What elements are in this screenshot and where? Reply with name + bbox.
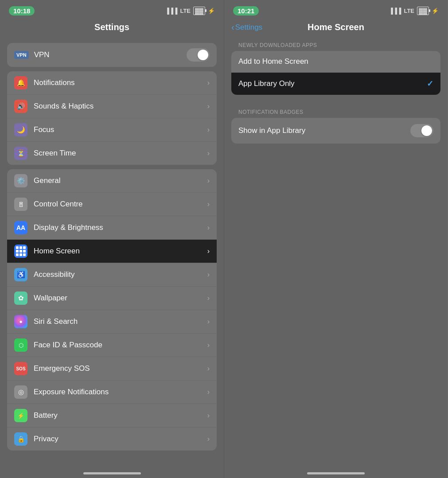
- settings-row-wallpaper[interactable]: ✿ Wallpaper ›: [7, 287, 217, 310]
- vpn-toggle[interactable]: [187, 48, 210, 62]
- screentime-icon: ⏳: [14, 147, 27, 160]
- settings-row-accessibility[interactable]: ♿ Accessibility ›: [7, 263, 217, 287]
- vpn-badge: VPN: [14, 51, 29, 59]
- settings-row-battery[interactable]: ⚡ Battery ›: [7, 404, 217, 427]
- settings-row-sounds[interactable]: 🔊 Sounds & Haptics ›: [7, 95, 217, 118]
- show-in-app-library-row[interactable]: Show in App Library: [231, 118, 440, 144]
- right-status-bar: 10:21 ▐▐▐ LTE ▓▓ ⚡: [224, 0, 448, 19]
- checkmark-icon: ✓: [427, 79, 433, 89]
- right-phone-panel: 10:21 ▐▐▐ LTE ▓▓ ⚡ ‹ Settings Home Scree…: [224, 0, 448, 478]
- notifications-label: Notifications: [34, 78, 207, 87]
- homescreen-icon: [14, 245, 27, 258]
- vpn-label: VPN: [34, 51, 50, 59]
- settings-row-controlcentre[interactable]: 🎚 Control Centre ›: [7, 193, 217, 216]
- sos-icon: SOS: [14, 362, 27, 375]
- accessibility-icon: ♿: [14, 268, 27, 281]
- chevron-icon: ›: [207, 294, 210, 302]
- left-status-bar: 10:18 ▐▐▐ LTE ▓▓ ⚡: [0, 0, 224, 19]
- right-time: 10:21: [233, 6, 259, 16]
- settings-row-notifications[interactable]: 🔔 Notifications ›: [7, 71, 217, 95]
- display-icon: AA: [14, 221, 27, 234]
- sos-label: Emergency SOS: [34, 364, 207, 373]
- right-nav-bar: ‹ Settings Home Screen: [224, 19, 448, 36]
- accessibility-label: Accessibility: [34, 270, 207, 279]
- general-label: General: [34, 176, 207, 185]
- left-phone-panel: 10:18 ▐▐▐ LTE ▓▓ ⚡ Settings VPN VPN: [0, 0, 224, 478]
- lte-label: LTE: [404, 8, 414, 14]
- right-status-right: ▐▐▐ LTE ▓▓ ⚡: [389, 7, 439, 15]
- settings-row-sos[interactable]: SOS Emergency SOS ›: [7, 357, 217, 381]
- settings-row-homescreen[interactable]: Home Screen ›: [7, 240, 217, 263]
- general-icon: ⚙️: [14, 174, 27, 187]
- option-app-library-only[interactable]: App Library Only ✓: [231, 73, 440, 95]
- chevron-icon: ›: [207, 271, 210, 279]
- chevron-icon: ›: [207, 435, 210, 443]
- back-label: Settings: [235, 23, 262, 32]
- chevron-icon: ›: [207, 102, 210, 110]
- homescreen-label: Home Screen: [34, 247, 207, 256]
- battery-icon: ▓▓: [417, 7, 429, 15]
- display-label: Display & Brightness: [34, 223, 207, 232]
- settings-row-siri[interactable]: ● Siri & Search ›: [7, 310, 217, 334]
- faceid-label: Face ID & Passcode: [34, 341, 207, 350]
- charging-icon: ⚡: [208, 8, 215, 14]
- controlcentre-label: Control Centre: [34, 200, 207, 209]
- focus-label: Focus: [34, 125, 207, 134]
- settings-section-1: 🔔 Notifications › 🔊 Sounds & Haptics › 🌙…: [7, 71, 217, 165]
- chevron-icon: ›: [207, 79, 210, 87]
- chevron-icon: ›: [207, 224, 210, 232]
- settings-row-faceid[interactable]: ⬡ Face ID & Passcode ›: [7, 334, 217, 357]
- signal-bars-icon: ▐▐▐: [389, 8, 401, 14]
- newly-downloaded-header: NEWLY DOWNLOADED APPS: [224, 36, 448, 51]
- settings-row-focus[interactable]: 🌙 Focus ›: [7, 118, 217, 142]
- wallpaper-icon: ✿: [14, 291, 27, 305]
- chevron-icon: ›: [207, 365, 210, 373]
- left-nav-bar: Settings: [0, 19, 224, 36]
- chevron-icon: ›: [207, 412, 210, 420]
- settings-row-privacy[interactable]: 🔒 Privacy ›: [7, 427, 217, 451]
- show-in-app-library-toggle[interactable]: [410, 124, 433, 137]
- chevron-icon: ›: [207, 341, 210, 349]
- lte-label: LTE: [180, 8, 191, 14]
- notifications-icon: 🔔: [14, 76, 27, 89]
- notification-badges-section: Show in App Library: [231, 118, 440, 144]
- controlcentre-icon: 🎚: [14, 198, 27, 211]
- vpn-section: VPN VPN: [7, 43, 217, 67]
- privacy-label: Privacy: [34, 435, 207, 443]
- sounds-label: Sounds & Haptics: [34, 102, 207, 111]
- newly-downloaded-options: Add to Home Screen App Library Only ✓: [231, 51, 440, 95]
- back-button[interactable]: ‹ Settings: [231, 22, 262, 32]
- chevron-icon: ›: [207, 149, 210, 157]
- signal-bars-icon: ▐▐▐: [165, 8, 178, 14]
- option-add-to-home[interactable]: Add to Home Screen: [231, 51, 440, 73]
- right-home-indicator: [307, 472, 365, 474]
- left-scroll-content: VPN VPN 🔔 Notifications › 🔊 Sounds & Hap…: [0, 36, 224, 472]
- battery-row-icon: ⚡: [14, 409, 27, 422]
- notification-badges-header: NOTIFICATION BADGES: [224, 103, 448, 118]
- chevron-icon: ›: [207, 388, 210, 396]
- right-page-title: Home Screen: [308, 22, 364, 32]
- screentime-label: Screen Time: [34, 149, 207, 158]
- chevron-icon: ›: [207, 247, 210, 255]
- settings-row-display[interactable]: AA Display & Brightness ›: [7, 216, 217, 240]
- exposure-icon: ◎: [14, 385, 27, 399]
- left-status-right: ▐▐▐ LTE ▓▓ ⚡: [165, 7, 215, 15]
- chevron-icon: ›: [207, 177, 210, 185]
- battery-label: Battery: [34, 411, 207, 420]
- exposure-label: Exposure Notifications: [34, 388, 207, 396]
- wallpaper-label: Wallpaper: [34, 294, 207, 303]
- settings-row-exposure[interactable]: ◎ Exposure Notifications ›: [7, 381, 217, 404]
- back-chevron-icon: ‹: [231, 22, 234, 32]
- chevron-icon: ›: [207, 318, 210, 326]
- left-page-title: Settings: [94, 22, 129, 32]
- vpn-row[interactable]: VPN VPN: [14, 43, 210, 67]
- add-to-home-label: Add to Home Screen: [238, 57, 308, 66]
- show-in-app-library-label: Show in App Library: [238, 126, 305, 135]
- focus-icon: 🌙: [14, 123, 27, 136]
- settings-row-screentime[interactable]: ⏳ Screen Time ›: [7, 142, 217, 165]
- settings-row-general[interactable]: ⚙️ General ›: [7, 169, 217, 193]
- sounds-icon: 🔊: [14, 100, 27, 113]
- siri-icon: ●: [14, 315, 27, 328]
- charging-icon: ⚡: [432, 8, 439, 14]
- left-time: 10:18: [9, 6, 35, 16]
